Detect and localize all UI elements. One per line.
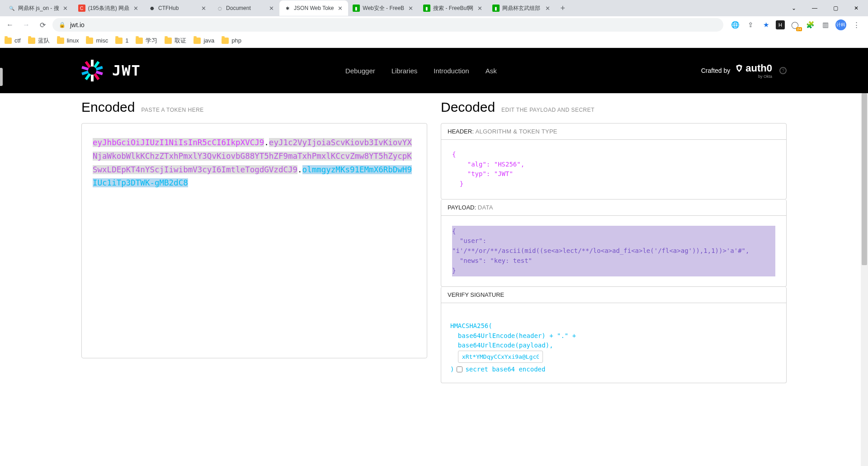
scrollbar-thumb[interactable] bbox=[862, 93, 867, 265]
bookmark-star-icon[interactable]: ★ bbox=[760, 19, 771, 30]
auth0-sub: by Okta bbox=[758, 74, 772, 79]
site-header: JWT DebuggerLibrariesIntroductionAsk Cra… bbox=[0, 48, 868, 93]
tab-title: CTFHub bbox=[158, 5, 197, 11]
signature-section: VERIFY SIGNATURE HMACSHA256( base64UrlEn… bbox=[441, 287, 787, 383]
bookmarks-bar: ctf蓝队linuxmisc1学习取证javaphp bbox=[0, 33, 868, 48]
translate-icon[interactable]: 🌐 bbox=[730, 19, 741, 30]
jwt-wordmark: JWT bbox=[112, 62, 141, 79]
auth0-logo[interactable]: auth0 bbox=[735, 62, 772, 74]
crafted-label: Crafted by bbox=[701, 67, 731, 74]
jwt-logo-icon bbox=[81, 60, 103, 81]
browser-toolbar: ← → ⟳ 🔒 jwt.io 🌐 ⇪ ★ H ◯24 🧩 ▥ 计科 ⋮ bbox=[0, 16, 868, 33]
fb-favicon: ▮ bbox=[492, 5, 500, 12]
address-bar[interactable]: 🔒 jwt.io bbox=[52, 18, 723, 32]
browser-tab[interactable]: C(195条消息) 网鼎✕ bbox=[74, 0, 144, 16]
menu-icon[interactable]: ⋮ bbox=[851, 19, 862, 30]
new-tab-button[interactable]: + bbox=[556, 4, 570, 13]
tab-title: Document bbox=[226, 5, 265, 11]
jwt-favicon: ✱ bbox=[284, 5, 291, 12]
payload-json-editor[interactable]: { "user": "i'/**/or/**/ascii(mid((se<a>l… bbox=[441, 216, 786, 286]
dropdown-icon[interactable]: ⌄ bbox=[788, 2, 800, 14]
svg-rect-3 bbox=[85, 73, 91, 81]
tab-title: 搜索 - FreeBuf网 bbox=[433, 5, 473, 12]
maximize-button[interactable]: ▢ bbox=[829, 2, 842, 14]
extensions-icon[interactable]: 🧩 bbox=[805, 19, 816, 30]
bookmark-folder[interactable]: linux bbox=[57, 37, 79, 44]
decoded-title: Decoded bbox=[441, 100, 495, 115]
close-window-button[interactable]: ✕ bbox=[850, 2, 863, 14]
secret-base64-checkbox[interactable] bbox=[457, 366, 462, 372]
header-json-editor[interactable]: { "alg": "HS256", "typ": "JWT" } bbox=[441, 140, 786, 199]
sidepanel-icon[interactable]: ▥ bbox=[820, 19, 831, 30]
extension-h-icon[interactable]: H bbox=[776, 20, 785, 29]
page-scrollbar[interactable] bbox=[861, 93, 868, 466]
lock-icon: 🔒 bbox=[59, 22, 66, 28]
bookmark-folder[interactable]: java bbox=[193, 37, 214, 44]
decoded-subtitle: EDIT THE PAYLOAD AND SECRET bbox=[501, 107, 594, 113]
profile-avatar[interactable]: 计科 bbox=[835, 19, 846, 30]
browser-chrome: 🔍网鼎杯 js_on - 搜✕C(195条消息) 网鼎✕⬣CTFHub✕◌Doc… bbox=[0, 0, 868, 48]
back-button[interactable]: ← bbox=[4, 19, 16, 31]
close-tab-icon[interactable]: ✕ bbox=[200, 5, 207, 12]
svg-rect-5 bbox=[81, 71, 89, 75]
header-sublabel: ALGORITHM & TOKEN TYPE bbox=[475, 128, 557, 135]
close-tab-icon[interactable]: ✕ bbox=[544, 5, 551, 12]
encoded-column: Encoded PASTE A TOKEN HERE eyJhbGciOiJIU… bbox=[81, 100, 427, 466]
forward-button[interactable]: → bbox=[20, 19, 33, 31]
nav-link-introduction[interactable]: Introduction bbox=[434, 67, 469, 75]
tab-title: 网鼎杯玄武组部 bbox=[502, 5, 541, 12]
nav-link-debugger[interactable]: Debugger bbox=[345, 67, 375, 75]
close-tab-icon[interactable]: ✕ bbox=[132, 5, 139, 12]
tab-title: 网鼎杯 js_on - 搜 bbox=[18, 5, 59, 12]
info-icon[interactable]: ? bbox=[779, 67, 787, 74]
close-tab-icon[interactable]: ✕ bbox=[336, 5, 344, 12]
browser-tab[interactable]: ⬣CTFHub✕ bbox=[144, 0, 212, 16]
c-favicon: C bbox=[78, 5, 85, 12]
svg-rect-9 bbox=[85, 61, 91, 68]
browser-tab[interactable]: ✱JSON Web Toke✕ bbox=[279, 0, 348, 16]
minimize-button[interactable]: — bbox=[808, 2, 821, 14]
close-tab-icon[interactable]: ✕ bbox=[62, 5, 69, 12]
tab-title: (195条消息) 网鼎 bbox=[88, 5, 129, 12]
close-tab-icon[interactable]: ✕ bbox=[407, 5, 414, 12]
bookmark-folder[interactable]: misc bbox=[86, 37, 108, 44]
browser-tab[interactable]: ◌Document✕ bbox=[212, 0, 279, 16]
bookmark-folder[interactable]: 1 bbox=[115, 37, 128, 44]
folder-icon bbox=[86, 38, 93, 44]
bookmark-label: 1 bbox=[125, 37, 128, 44]
close-tab-icon[interactable]: ✕ bbox=[476, 5, 483, 12]
extension-badge-icon[interactable]: ◯24 bbox=[789, 19, 800, 30]
payload-label: PAYLOAD: bbox=[448, 204, 476, 211]
token-header-part: eyJhbGciOiJIUzI1NiIsInR5cCI6IkpXVCJ9 bbox=[93, 138, 264, 147]
decoded-column: Decoded EDIT THE PAYLOAD AND SECRET HEAD… bbox=[441, 100, 787, 466]
svg-rect-8 bbox=[94, 73, 100, 81]
encoded-token-input[interactable]: eyJhbGciOiJIUzI1NiIsInR5cCI6IkpXVCJ9.eyJ… bbox=[81, 123, 427, 358]
folder-icon bbox=[193, 38, 201, 44]
browser-tab[interactable]: ▮搜索 - FreeBuf网✕ bbox=[419, 0, 488, 16]
tab-title: JSON Web Toke bbox=[294, 5, 334, 11]
auth0-shield-icon bbox=[735, 64, 744, 73]
bookmark-folder[interactable]: php bbox=[222, 37, 241, 44]
bookmark-folder[interactable]: 蓝队 bbox=[28, 37, 50, 45]
reload-button[interactable]: ⟳ bbox=[36, 19, 49, 31]
nav-link-ask[interactable]: Ask bbox=[486, 67, 497, 75]
bookmark-folder[interactable]: 取证 bbox=[165, 37, 186, 45]
bookmark-folder[interactable]: 学习 bbox=[136, 37, 157, 45]
folder-icon bbox=[165, 38, 172, 44]
site-nav: DebuggerLibrariesIntroductionAsk bbox=[345, 67, 497, 75]
secret-input[interactable] bbox=[458, 351, 543, 363]
folder-icon bbox=[136, 38, 143, 44]
browser-tab[interactable]: ▮网鼎杯玄武组部✕ bbox=[488, 0, 556, 16]
nav-link-libraries[interactable]: Libraries bbox=[392, 67, 418, 75]
close-tab-icon[interactable]: ✕ bbox=[268, 5, 275, 12]
browser-tab[interactable]: ▮Web安全 - FreeB✕ bbox=[348, 0, 419, 16]
bookmark-folder[interactable]: ctf bbox=[5, 37, 21, 44]
share-icon[interactable]: ⇪ bbox=[745, 19, 756, 30]
folder-icon bbox=[222, 38, 229, 44]
bookmark-label: 取证 bbox=[175, 37, 186, 45]
tab-strip: 🔍网鼎杯 js_on - 搜✕C(195条消息) 网鼎✕⬣CTFHub✕◌Doc… bbox=[0, 0, 868, 16]
svg-rect-2 bbox=[94, 61, 100, 68]
secret-base64-label: secret base64 encoded bbox=[465, 365, 545, 375]
browser-tab[interactable]: 🔍网鼎杯 js_on - 搜✕ bbox=[4, 0, 74, 16]
payload-sublabel: DATA bbox=[478, 204, 493, 211]
